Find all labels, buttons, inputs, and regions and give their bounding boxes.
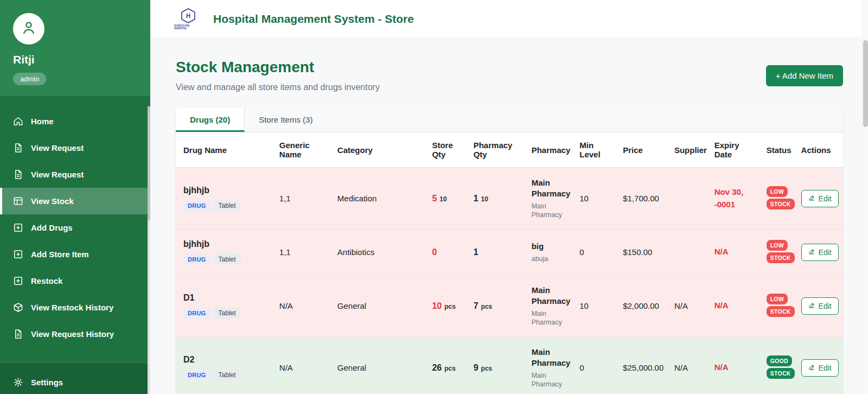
min-level: 0 bbox=[574, 230, 617, 275]
sidebar-item-add-drugs[interactable]: Add Drugs bbox=[0, 214, 150, 241]
status-badge: STOCK bbox=[767, 252, 795, 263]
col-actions: Actions bbox=[796, 132, 843, 168]
drug-form-badge: Tablet bbox=[214, 370, 241, 380]
page-title: Stock Management bbox=[176, 59, 380, 76]
edit-label: Edit bbox=[819, 248, 832, 257]
sidebar-item-label: Restock bbox=[31, 276, 62, 285]
pharmacy-qty-unit: 10 bbox=[481, 195, 488, 203]
pharmacy-qty: 7 bbox=[474, 301, 478, 310]
sidebar-scrollbar[interactable] bbox=[148, 106, 150, 394]
pharmacy-qty-unit: pcs bbox=[481, 365, 493, 372]
page-content: Stock Management View and manage all sto… bbox=[150, 38, 868, 394]
drug-form-badge: Tablet bbox=[214, 308, 241, 319]
sidebar: Ritji admin Home View Request View Re bbox=[0, 0, 150, 394]
sidebar-item-restock[interactable]: Restock bbox=[0, 268, 150, 294]
col-min-level: Min Level bbox=[574, 132, 617, 168]
edit-icon bbox=[808, 364, 815, 372]
edit-button[interactable]: Edit bbox=[801, 190, 839, 207]
expiry-date: N/A bbox=[709, 275, 761, 337]
file-icon bbox=[13, 143, 23, 153]
generic-name: N/A bbox=[274, 275, 332, 337]
user-name: Ritji bbox=[13, 53, 137, 66]
category: General bbox=[332, 275, 427, 337]
price: $1,700.00 bbox=[617, 168, 669, 230]
sidebar-item-add-store-item[interactable]: Add Store Item bbox=[0, 241, 150, 268]
pharmacy-sub: Main Pharmacy bbox=[532, 202, 569, 220]
col-pharmacy: Pharmacy bbox=[526, 132, 575, 168]
store-qty: 5 bbox=[432, 194, 437, 203]
table-row: bjhhjb DRUG Tablet 1,1 Medication 510 11… bbox=[176, 168, 843, 230]
tab-store-items[interactable]: Store Items (3) bbox=[245, 107, 327, 132]
pharmacy-qty: 1 bbox=[474, 247, 478, 257]
package-icon bbox=[13, 302, 23, 313]
expiry-date: N/A bbox=[709, 337, 761, 394]
page-head: Stock Management View and manage all sto… bbox=[176, 59, 843, 92]
sidebar-item-view-restock-history[interactable]: View Restock History bbox=[0, 294, 150, 321]
main-area: H SURGICARE HOSPITAL Hospital Management… bbox=[150, 0, 868, 394]
col-expiry-date: Expiry Date bbox=[709, 132, 761, 168]
add-new-item-button[interactable]: + Add New Item bbox=[766, 65, 843, 86]
sidebar-item-view-request[interactable]: View Request bbox=[0, 135, 150, 161]
sidebar-item-home[interactable]: Home bbox=[0, 108, 150, 135]
pharmacy-qty: 1 bbox=[474, 194, 478, 203]
sidebar-item-label: View Stock bbox=[31, 196, 74, 206]
status-badge: STOCK bbox=[767, 199, 795, 209]
sidebar-item-view-request-2[interactable]: View Request bbox=[0, 161, 150, 188]
supplier bbox=[669, 230, 709, 275]
table-icon bbox=[13, 196, 23, 206]
drugs-table: Drug Name Generic Name Category Store Qt… bbox=[176, 132, 843, 394]
col-drug-name: Drug Name bbox=[176, 132, 274, 168]
gear-icon bbox=[13, 377, 23, 387]
status-badge: STOCK bbox=[767, 306, 795, 317]
min-level: 0 bbox=[574, 337, 617, 394]
pharmacy-name: Main Pharmacy bbox=[532, 177, 569, 200]
expiry-date: Nov 30, -0001 bbox=[709, 168, 761, 230]
sidebar-item-view-request-history[interactable]: View Request History bbox=[0, 321, 150, 347]
tab-bar: Drugs (20) Store Items (3) bbox=[176, 107, 843, 132]
supplier bbox=[669, 168, 709, 230]
scrollbar-thumb[interactable] bbox=[863, 40, 868, 127]
store-qty-unit: pcs bbox=[444, 365, 456, 372]
drug-type-badge: DRUG bbox=[183, 255, 210, 264]
supplier: N/A bbox=[669, 337, 709, 394]
page-head-text: Stock Management View and manage all sto… bbox=[176, 59, 380, 92]
edit-button[interactable]: Edit bbox=[801, 244, 839, 261]
status-badge: LOW bbox=[767, 294, 788, 304]
drug-name: bjhhjb bbox=[183, 239, 269, 249]
plus-square-icon bbox=[13, 249, 23, 259]
pharmacy-name: Main Pharmacy bbox=[532, 347, 569, 369]
page-scrollbar[interactable] bbox=[862, 0, 868, 394]
sidebar-item-settings[interactable]: Settings bbox=[0, 363, 150, 394]
plus-square-icon bbox=[13, 223, 23, 233]
generic-name: N/A bbox=[274, 337, 332, 394]
col-supplier: Supplier bbox=[669, 132, 709, 168]
min-level: 10 bbox=[574, 168, 617, 230]
edit-button[interactable]: Edit bbox=[801, 359, 839, 377]
drug-form-badge: Tablet bbox=[214, 254, 241, 265]
price: $2,000.00 bbox=[617, 275, 669, 337]
edit-button[interactable]: Edit bbox=[801, 297, 839, 315]
status-badge: STOCK bbox=[767, 368, 795, 379]
category: Antibiotics bbox=[332, 230, 427, 275]
tab-drugs[interactable]: Drugs (20) bbox=[176, 107, 245, 132]
store-qty: 0 bbox=[432, 247, 437, 257]
store-qty: 26 bbox=[432, 363, 442, 372]
svg-text:H: H bbox=[186, 12, 190, 19]
sidebar-item-view-stock[interactable]: View Stock bbox=[0, 188, 150, 214]
file-icon bbox=[13, 169, 23, 180]
col-status: Status bbox=[761, 132, 796, 168]
table-header-row: Drug Name Generic Name Category Store Qt… bbox=[176, 132, 843, 168]
pharmacy-name: big bbox=[532, 241, 569, 252]
min-level: 10 bbox=[574, 275, 617, 337]
sidebar-nav: Home View Request View Request View Stoc… bbox=[0, 96, 150, 347]
table-row: D2 DRUG Tablet N/A General 26pcs 9pcs bbox=[176, 337, 843, 394]
edit-icon bbox=[808, 194, 815, 203]
category: Medication bbox=[332, 168, 427, 230]
store-qty: 10 bbox=[432, 301, 442, 310]
plus-square-icon bbox=[13, 276, 23, 286]
app-root: Ritji admin Home View Request View Re bbox=[0, 0, 868, 394]
stock-card: Drugs (20) Store Items (3) Drug Name Gen… bbox=[176, 107, 843, 394]
sidebar-profile: Ritji admin bbox=[0, 0, 150, 96]
sidebar-item-label: Home bbox=[31, 117, 54, 126]
edit-icon bbox=[808, 302, 815, 310]
